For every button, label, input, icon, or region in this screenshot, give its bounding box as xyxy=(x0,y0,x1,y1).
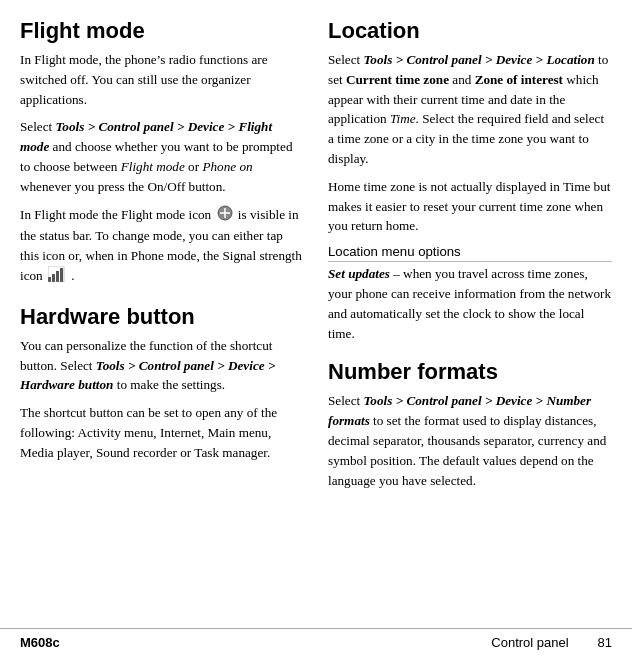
footer-page: 81 xyxy=(598,635,612,650)
nf-para1-suffix: to set the format used to display distan… xyxy=(328,413,606,487)
flight-mode-heading: Flight mode xyxy=(20,18,304,44)
footer: M608c Control panel 81 xyxy=(0,628,632,658)
para2-phone-italic: Phone on xyxy=(202,159,252,174)
location-section: Location Select Tools > Control panel > … xyxy=(328,18,612,343)
set-updates-para: Set updates – when you travel across tim… xyxy=(328,264,612,343)
flight-mode-section: Flight mode In Flight mode, the phone’s … xyxy=(20,18,304,288)
para3-end: . xyxy=(71,268,74,283)
loc-para1-time-italic: Time xyxy=(390,111,416,126)
para2-flight-italic: Flight mode xyxy=(121,159,185,174)
number-formats-para1: Select Tools > Control panel > Device > … xyxy=(328,391,612,490)
footer-section: Control panel xyxy=(491,635,568,650)
hardware-button-heading: Hardware button xyxy=(20,304,304,330)
nf-para1-prefix: Select xyxy=(328,393,364,408)
signal-icon xyxy=(48,266,66,288)
svg-rect-4 xyxy=(52,274,55,282)
location-para1: Select Tools > Control panel > Device > … xyxy=(328,50,612,169)
location-para2: Home time zone is not actually displayed… xyxy=(328,177,612,236)
para2-middle: or xyxy=(185,159,203,174)
location-heading: Location xyxy=(328,18,612,44)
number-formats-heading: Number formats xyxy=(328,359,612,385)
loc-para1-and: and xyxy=(449,72,475,87)
right-column: Location Select Tools > Control panel > … xyxy=(328,18,612,618)
para2-end: whenever you press the On/Off button. xyxy=(20,179,226,194)
footer-right: Control panel 81 xyxy=(491,635,612,650)
loc-para1-zone-bold: Zone of interest xyxy=(475,72,563,87)
loc-para1-current-bold: Current time zone xyxy=(346,72,449,87)
hardware-button-para2: The shortcut button can be set to open a… xyxy=(20,403,304,462)
left-column: Flight mode In Flight mode, the phone’s … xyxy=(20,18,304,618)
flight-mode-para1: In Flight mode, the phone’s radio functi… xyxy=(20,50,304,109)
hardware-button-para1: You can personalize the function of the … xyxy=(20,336,304,395)
main-content: Flight mode In Flight mode, the phone’s … xyxy=(0,0,632,628)
loc-para1-prefix: Select xyxy=(328,52,364,67)
svg-rect-3 xyxy=(48,277,51,282)
svg-rect-5 xyxy=(56,271,59,282)
flight-icon xyxy=(217,205,233,227)
location-submenu: Location menu options Set updates – when… xyxy=(328,244,612,343)
set-updates-bold: Set updates xyxy=(328,266,390,281)
para3-prefix: In Flight mode the Flight mode icon xyxy=(20,207,215,222)
page-container: Flight mode In Flight mode, the phone’s … xyxy=(0,0,632,658)
hw-para1-suffix: to make the settings. xyxy=(113,377,225,392)
number-formats-section: Number formats Select Tools > Control pa… xyxy=(328,359,612,490)
flight-mode-para3: In Flight mode the Flight mode icon is v… xyxy=(20,205,304,288)
footer-model: M608c xyxy=(20,635,60,650)
svg-rect-6 xyxy=(60,268,63,282)
para2-prefix: Select xyxy=(20,119,56,134)
location-menu-options-title: Location menu options xyxy=(328,244,612,262)
flight-mode-para2: Select Tools > Control panel > Device > … xyxy=(20,117,304,196)
hardware-button-section: Hardware button You can personalize the … xyxy=(20,304,304,463)
loc-para1-bold-italic: Tools > Control panel > Device > Locatio… xyxy=(364,52,595,67)
